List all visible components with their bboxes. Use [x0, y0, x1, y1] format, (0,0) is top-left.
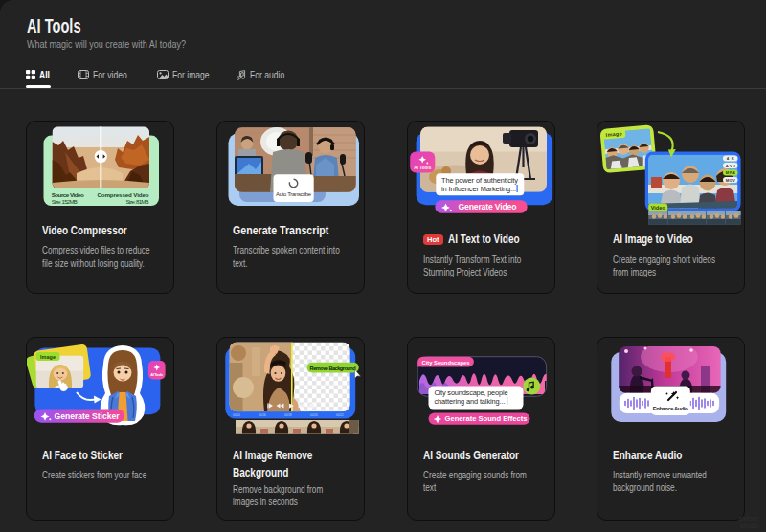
svg-text:City Soundscapes: City Soundscapes — [421, 359, 469, 365]
svg-text:MOV: MOV — [726, 178, 735, 183]
svg-text:0014: 0014 — [233, 413, 240, 417]
svg-text:Size: 81MB: Size: 81MB — [126, 199, 149, 205]
svg-text:Enhance Audio: Enhance Audio — [653, 405, 688, 410]
svg-text:MP4: MP4 — [726, 170, 736, 175]
svg-text:0022: 0022 — [336, 413, 344, 417]
svg-text:Size: 152MB: Size: 152MB — [52, 199, 78, 205]
svg-text:Source Video: Source Video — [52, 191, 84, 198]
svg-text:AI Tools: AI Tools — [414, 166, 431, 170]
svg-text:4K: 4K — [727, 156, 734, 161]
svg-text:0016: 0016 — [259, 413, 266, 417]
svg-text:Compressed Video: Compressed Video — [98, 191, 149, 198]
svg-text:AVI: AVI — [726, 164, 735, 168]
svg-text:Generate Video: Generate Video — [458, 202, 516, 211]
svg-text:The power of authenticity: The power of authenticity — [441, 176, 518, 185]
svg-text:Remove Background: Remove Background — [309, 365, 356, 370]
svg-text:Image: Image — [40, 353, 56, 359]
svg-text:chattering and talking...: chattering and talking... — [434, 396, 505, 405]
svg-text:0018: 0018 — [284, 413, 292, 417]
svg-text:0020: 0020 — [310, 413, 318, 417]
svg-text:City soundscape, people: City soundscape, people — [434, 388, 507, 396]
svg-text:Generate Sound Effects: Generate Sound Effects — [444, 414, 527, 423]
svg-text:Auto Transcribe: Auto Transcribe — [276, 191, 312, 197]
svg-text:Generate Sticker: Generate Sticker — [55, 411, 121, 421]
svg-text:AI Tools: AI Tools — [150, 373, 163, 377]
svg-text:Video: Video — [651, 205, 666, 211]
svg-text:in Influencer Marketing...: in Influencer Marketing... — [441, 185, 516, 193]
